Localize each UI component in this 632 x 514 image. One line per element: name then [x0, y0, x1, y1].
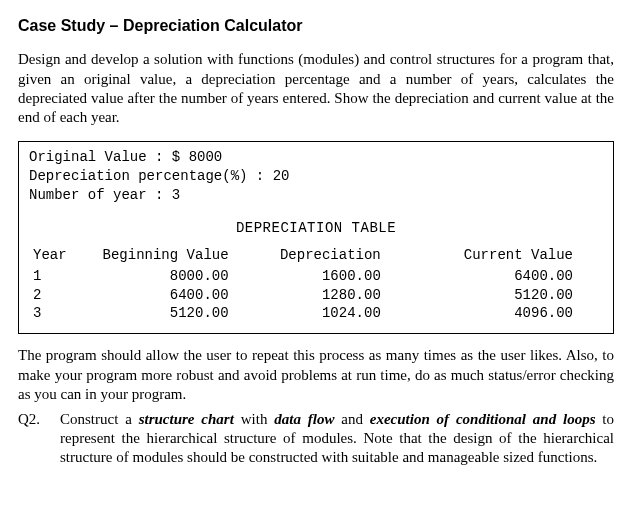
table-title: DEPRECIATION TABLE — [29, 219, 603, 238]
cell-depreciation: 1024.00 — [259, 304, 431, 323]
t-data-flow: data flow — [274, 411, 334, 427]
t: Construct a — [60, 411, 139, 427]
label: Original Value : $ — [29, 149, 189, 165]
col-year: Year — [29, 246, 98, 267]
input-line-original-value: Original Value : $ 8000 — [29, 148, 603, 167]
col-current-value: Current Value — [431, 246, 603, 267]
cell-year: 3 — [29, 304, 98, 323]
col-depreciation: Depreciation — [259, 246, 431, 267]
q2-text: Construct a structure chart with data fl… — [60, 410, 614, 468]
cell-current: 6400.00 — [431, 267, 603, 286]
cell-year: 1 — [29, 267, 98, 286]
cell-depreciation: 1600.00 — [259, 267, 431, 286]
question-q2: Q2. Construct a structure chart with dat… — [18, 410, 614, 468]
t: and — [334, 411, 369, 427]
input-line-num-years: Number of year : 3 — [29, 186, 603, 205]
repeat-instructions: The program should allow the user to rep… — [18, 346, 614, 404]
col-beginning-value: Beginning Value — [98, 246, 259, 267]
value: 8000 — [189, 149, 223, 165]
depreciation-table: Year Beginning Value Depreciation Curren… — [29, 246, 603, 324]
table-row: 3 5120.00 1024.00 4096.00 — [29, 304, 603, 323]
t: with — [234, 411, 274, 427]
table-row: 1 8000.00 1600.00 6400.00 — [29, 267, 603, 286]
cell-beginning: 5120.00 — [98, 304, 259, 323]
cell-current: 5120.00 — [431, 286, 603, 305]
page-title: Case Study – Depreciation Calculator — [18, 16, 614, 36]
value: 20 — [273, 168, 290, 184]
t-exec-cond-loops: execution of conditional and loops — [370, 411, 596, 427]
input-line-depreciation-pct: Depreciation percentage(%) : 20 — [29, 167, 603, 186]
cell-year: 2 — [29, 286, 98, 305]
code-output-box: Original Value : $ 8000 Depreciation per… — [18, 141, 614, 334]
t-structure-chart: structure chart — [139, 411, 234, 427]
value: 3 — [172, 187, 180, 203]
table-row: 2 6400.00 1280.00 5120.00 — [29, 286, 603, 305]
cell-current: 4096.00 — [431, 304, 603, 323]
cell-depreciation: 1280.00 — [259, 286, 431, 305]
cell-beginning: 6400.00 — [98, 286, 259, 305]
q2-label: Q2. — [18, 410, 48, 468]
label: Depreciation percentage(%) : — [29, 168, 273, 184]
label: Number of year : — [29, 187, 172, 203]
intro-paragraph: Design and develop a solution with funct… — [18, 50, 614, 127]
table-header-row: Year Beginning Value Depreciation Curren… — [29, 246, 603, 267]
cell-beginning: 8000.00 — [98, 267, 259, 286]
